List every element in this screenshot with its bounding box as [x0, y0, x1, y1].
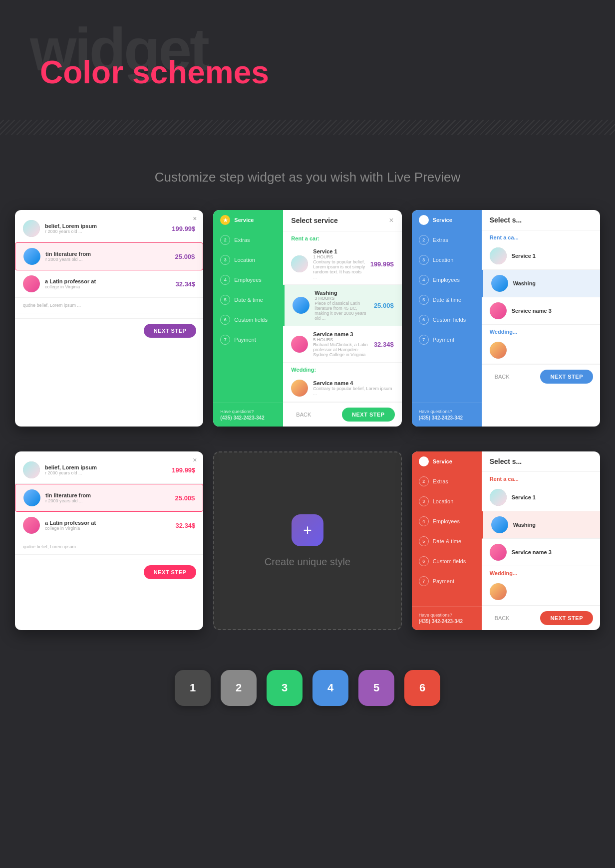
- panel-service-row-1[interactable]: Service 1 1 HOURS Contrary to popular be…: [283, 243, 401, 285]
- panel-info-2r: Washing: [513, 522, 592, 528]
- sidebar-label-service-blue: Service: [433, 217, 452, 223]
- pink-service-row-2[interactable]: tin literature from r 2000 years old ...…: [15, 484, 203, 512]
- sidebar-item-payment-blue[interactable]: 7 Payment: [412, 330, 482, 350]
- scheme-button-6[interactable]: 6: [404, 670, 440, 706]
- sidebar-item-service-red[interactable]: Service: [412, 451, 482, 471]
- panel-service-row-3r[interactable]: Service name 3: [482, 539, 600, 566]
- panel-service-row-3[interactable]: Service name 3 5 HOURS Richard McClintoc…: [283, 326, 401, 363]
- sidebar-label-datetime-blue: Date & time: [433, 297, 461, 303]
- sidebar-item-datetime-blue[interactable]: 5 Date & time: [412, 290, 482, 310]
- divider: [0, 120, 615, 135]
- back-button-blue[interactable]: BACK: [489, 370, 516, 384]
- sidebar-item-employees[interactable]: 4 Employees: [213, 270, 283, 290]
- service-extra-text: qudne belief, Lorem ipsum ...: [23, 303, 195, 308]
- scheme-label-3: 3: [282, 681, 288, 694]
- sidebar-footer-red: Have questions? (435) 342-2423-342: [412, 606, 482, 630]
- sidebar-blue: Service 2 Extras 3 Location 4 Employees: [412, 210, 482, 427]
- close-button-1[interactable]: ×: [190, 214, 199, 223]
- panel-service-row-4[interactable]: Service name 4 Contrary to popular belie…: [283, 375, 401, 402]
- panel-service-row-4b[interactable]: [482, 337, 600, 364]
- plus-icon: +: [303, 522, 312, 539]
- sidebar-num-6: 6: [220, 315, 230, 325]
- panel-avatar-3b: [490, 302, 507, 319]
- panel-header-blue: Select s...: [482, 210, 600, 230]
- sidebar-item-extras[interactable]: 2 Extras: [213, 230, 283, 250]
- sidebar-num-3: 3: [220, 255, 230, 265]
- sidebar-item-datetime-red[interactable]: 5 Date & time: [412, 531, 482, 551]
- sidebar-item-extras-red[interactable]: 2 Extras: [412, 471, 482, 491]
- sidebar-num-check-red: [419, 456, 429, 466]
- sidebar-item-employees-blue[interactable]: 4 Employees: [412, 270, 482, 290]
- sidebar-num-2-red: 2: [419, 476, 429, 486]
- panel-close-green[interactable]: ×: [389, 216, 393, 225]
- scheme-button-1[interactable]: 1: [175, 670, 211, 706]
- subtitle-section: Customize step widget as you wish with L…: [0, 145, 615, 205]
- sidebar-item-employees-red[interactable]: 4 Employees: [412, 511, 482, 531]
- sidebar-items-list: ★ Service 2 Extras 3 Location 4 Employee…: [213, 210, 283, 403]
- next-step-button-blue[interactable]: NEXT STEP: [540, 370, 593, 384]
- panel-avatar-4r: [490, 583, 507, 600]
- panel-avatar-2r: [491, 516, 508, 533]
- sidebar-item-datetime[interactable]: 5 Date & time: [213, 290, 283, 310]
- service-info-1: belief, Lorem ipsum r 2000 years old ...: [45, 223, 167, 234]
- widget-grid-row1: × belief, Lorem ipsum r 2000 years old .…: [0, 205, 615, 432]
- scheme-button-5[interactable]: 5: [358, 670, 394, 706]
- panel-service-row-2b[interactable]: Washing: [482, 270, 600, 297]
- hero-title: Color schemes: [40, 55, 575, 90]
- next-step-button-red[interactable]: NEXT STEP: [540, 611, 593, 625]
- service-price-3: 32.34$: [176, 280, 196, 288]
- sidebar-item-custom-red[interactable]: 6 Custom fields: [412, 551, 482, 571]
- back-button-green[interactable]: BACK: [290, 408, 317, 422]
- service-row-extra: qudne belief, Lorem ipsum ...: [15, 298, 203, 313]
- sidebar-item-custom[interactable]: 6 Custom fields: [213, 310, 283, 330]
- pink-service-row-3[interactable]: a Latin professor at college in Virginia…: [15, 512, 203, 539]
- sidebar-item-service[interactable]: ★ Service: [213, 210, 283, 230]
- sidebar-item-payment-red[interactable]: 7 Payment: [412, 571, 482, 591]
- service-row-2[interactable]: tin literature from r 2000 years old ...…: [15, 242, 203, 270]
- panel-avatar-4b: [490, 342, 507, 359]
- service-info-2: tin literature from r 2000 years old ...: [45, 251, 170, 262]
- pink-info-3: a Latin professor at college in Virginia: [45, 520, 171, 531]
- panel-service-row-2[interactable]: Washing 3 HOURS Piece of classical Latin…: [283, 285, 401, 326]
- sidebar-label-custom-red: Custom fields: [433, 558, 466, 564]
- sidebar-label-extras: Extras: [234, 237, 250, 243]
- panel-header-green: Select service ×: [283, 210, 401, 231]
- panel-info-1b: Service 1: [512, 253, 592, 259]
- sidebar-label-employees-blue: Employees: [433, 277, 460, 283]
- plus-button[interactable]: +: [292, 514, 323, 546]
- next-step-button-pink[interactable]: NEXT STEP: [144, 565, 197, 579]
- sidebar-footer-title-red: Have questions?: [419, 613, 475, 618]
- panel-info-2b: Washing: [513, 280, 592, 286]
- widget-grid-row2: × belief, Lorem ipsum r 2000 years old .…: [0, 446, 615, 635]
- scheme-label-2: 2: [236, 681, 242, 694]
- panel-service-row-1b[interactable]: Service 1: [482, 242, 600, 270]
- sidebar-label-datetime-red: Date & time: [433, 538, 461, 544]
- close-button-4[interactable]: ×: [190, 455, 199, 464]
- sidebar-item-location[interactable]: 3 Location: [213, 250, 283, 270]
- scheme-button-3[interactable]: 3: [267, 670, 303, 706]
- main-content-green: Select service × Rent a car: Service 1 1…: [283, 210, 401, 427]
- service-name-1: belief, Lorem ipsum: [45, 223, 167, 229]
- back-button-red[interactable]: BACK: [489, 611, 516, 625]
- sidebar-item-location-red[interactable]: 3 Location: [412, 491, 482, 511]
- pink-service-row-1[interactable]: belief, Lorem ipsum r 2000 years old ...…: [15, 456, 203, 484]
- widget-footer-pink: NEXT STEP: [15, 560, 203, 584]
- next-step-button-1[interactable]: NEXT STEP: [144, 324, 197, 338]
- scheme-button-2[interactable]: 2: [221, 670, 257, 706]
- sidebar-item-extras-blue[interactable]: 2 Extras: [412, 230, 482, 250]
- panel-service-row-1r[interactable]: Service 1: [482, 484, 600, 511]
- next-step-button-green[interactable]: NEXT STEP: [342, 408, 395, 422]
- sidebar-item-location-blue[interactable]: 3 Location: [412, 250, 482, 270]
- sidebar-num-2-blue: 2: [419, 235, 429, 245]
- sidebar-item-custom-blue[interactable]: 6 Custom fields: [412, 310, 482, 330]
- panel-service-row-2r[interactable]: Washing: [482, 511, 600, 539]
- scheme-button-4[interactable]: 4: [312, 670, 348, 706]
- sidebar-item-payment[interactable]: 7 Payment: [213, 330, 283, 350]
- panel-service-row-3b[interactable]: Service name 3: [482, 297, 600, 325]
- service-row-3[interactable]: a Latin professor at college in Virginia…: [15, 270, 203, 298]
- sidebar-item-service-blue[interactable]: Service: [412, 210, 482, 230]
- panel-service-row-4r[interactable]: [482, 578, 600, 606]
- service-row-1[interactable]: belief, Lorem ipsum r 2000 years old ...…: [15, 215, 203, 242]
- scheme-label-4: 4: [327, 681, 333, 694]
- section-label-wedding: Wedding:: [283, 363, 401, 375]
